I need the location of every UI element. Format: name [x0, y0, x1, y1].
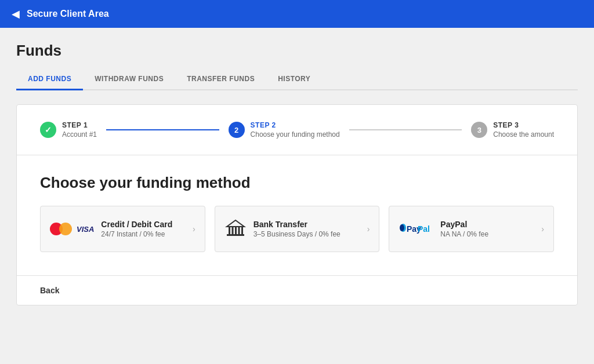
back-link[interactable]: Back [40, 286, 59, 295]
step-line-1 [106, 129, 219, 130]
step-1-label: STEP 1 [62, 121, 97, 129]
paypal-desc: NA NA / 0% fee [440, 230, 537, 238]
step-3-circle: 3 [471, 122, 487, 138]
back-button[interactable]: ◀ [12, 8, 20, 20]
step-1-text: STEP 1 Account #1 [62, 121, 97, 139]
back-icon: ◀ [12, 8, 20, 20]
svg-rect-1 [229, 227, 230, 234]
bank-transfer-icon [224, 218, 247, 240]
mastercard-circle-right [59, 223, 72, 235]
svg-rect-2 [231, 227, 233, 234]
paypal-svg: Pay Pal [399, 222, 433, 236]
step-2-text: STEP 2 Choose your funding method [251, 121, 340, 139]
checkmark-icon: ✓ [45, 125, 52, 134]
paypal-arrow: › [541, 224, 544, 234]
credit-debit-info: Credit / Debit Card 24/7 Instant / 0% fe… [101, 220, 188, 238]
svg-rect-6 [227, 234, 244, 236]
credit-debit-arrow: › [193, 224, 195, 234]
step-3-text: STEP 3 Choose the amount [493, 121, 554, 139]
payment-option-paypal[interactable]: Pay Pal PayPal NA NA / 0% fee › [389, 206, 554, 252]
steps-section: ✓ STEP 1 Account #1 2 STEP 2 Choose your… [17, 105, 577, 155]
bank-transfer-name: Bank Transfer [253, 220, 363, 229]
svg-text:Pal: Pal [418, 224, 430, 234]
step-3-sublabel: Choose the amount [493, 130, 554, 139]
credit-debit-name: Credit / Debit Card [101, 220, 188, 229]
step-2-circle: 2 [229, 122, 245, 138]
step-2-label: STEP 2 [251, 121, 340, 129]
tab-transfer-funds[interactable]: TRANSFER FUNDS [175, 69, 266, 90]
tabs-bar: ADD FUNDS WITHDRAW FUNDS TRANSFER FUNDS … [16, 69, 578, 90]
step-2-number: 2 [234, 126, 238, 134]
tab-add-funds[interactable]: ADD FUNDS [16, 69, 83, 90]
svg-point-8 [400, 224, 404, 231]
svg-marker-0 [227, 220, 244, 227]
paypal-icon: Pay Pal [399, 222, 433, 236]
step-1-circle: ✓ [40, 122, 56, 138]
card-footer: Back [17, 275, 577, 305]
credit-card-icon: VISA [50, 223, 94, 235]
header: ◀ Secure Client Area [0, 0, 594, 28]
tab-withdraw-funds[interactable]: WITHDRAW FUNDS [83, 69, 175, 90]
header-title: Secure Client Area [27, 9, 109, 19]
svg-rect-3 [235, 227, 237, 234]
main-card: ✓ STEP 1 Account #1 2 STEP 2 Choose your… [16, 104, 578, 305]
paypal-info: PayPal NA NA / 0% fee [440, 220, 537, 238]
tab-history[interactable]: HISTORY [266, 69, 322, 90]
payment-option-credit-debit[interactable]: VISA Credit / Debit Card 24/7 Instant / … [40, 206, 205, 252]
payment-option-bank-transfer[interactable]: Bank Transfer 3–5 Business Days / 0% fee… [215, 206, 380, 252]
step-3-label: STEP 3 [493, 121, 554, 129]
step-1: ✓ STEP 1 Account #1 [40, 121, 97, 139]
content-section: Choose your funding method VISA Credit /… [17, 155, 577, 275]
section-title: Choose your funding method [40, 174, 554, 192]
step-3-number: 3 [477, 126, 481, 134]
step-line-2 [349, 129, 462, 130]
step-2-sublabel: Choose your funding method [251, 130, 340, 139]
bank-transfer-desc: 3–5 Business Days / 0% fee [253, 230, 363, 238]
step-3: 3 STEP 3 Choose the amount [471, 121, 554, 139]
step-1-sublabel: Account #1 [62, 130, 97, 139]
svg-rect-4 [238, 227, 240, 234]
visa-text: VISA [77, 225, 94, 234]
step-2: 2 STEP 2 Choose your funding method [229, 121, 340, 139]
svg-rect-5 [241, 227, 243, 234]
bank-transfer-arrow: › [367, 224, 370, 234]
main-content: Funds ADD FUNDS WITHDRAW FUNDS TRANSFER … [0, 28, 594, 364]
page-title: Funds [16, 42, 578, 60]
bank-transfer-info: Bank Transfer 3–5 Business Days / 0% fee [253, 220, 363, 238]
payment-methods: VISA Credit / Debit Card 24/7 Instant / … [40, 206, 554, 252]
paypal-name: PayPal [440, 220, 537, 229]
credit-debit-desc: 24/7 Instant / 0% fee [101, 230, 188, 238]
bank-svg [224, 218, 247, 240]
